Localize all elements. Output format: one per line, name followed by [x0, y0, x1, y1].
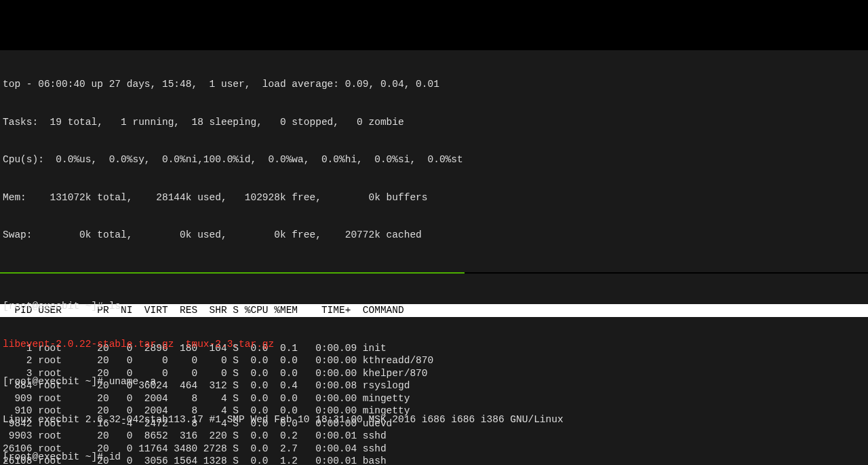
pane-split-bar[interactable] [0, 272, 868, 274]
top-summary-line-3: Cpu(s): 0.0%us, 0.0%sy, 0.0%ni,100.0%id,… [0, 153, 868, 166]
shell-ls-output: libevent-2.0.22-stable.tar.gz tmux-2.3.t… [0, 338, 868, 351]
shell-prompt: [root@execbit ~]# [3, 376, 109, 387]
terminal-screen: top - 06:00:40 up 27 days, 15:48, 1 user… [0, 50, 868, 465]
shell-cmd: ls [109, 301, 121, 312]
top-summary-line-4: Mem: 131072k total, 28144k used, 102928k… [0, 191, 868, 204]
top-summary-line-1: top - 06:00:40 up 27 days, 15:48, 1 user… [0, 78, 868, 91]
shell-uname-output: Linux execbit 2.6.32-042stab113.17 #1 SM… [0, 413, 868, 426]
top-summary-line-5: Swap: 0k total, 0k used, 0k free, 20772k… [0, 229, 868, 242]
shell-line-id: [root@execbit ~]# id [0, 451, 868, 464]
ls-file-2: tmux-2.3.tar.gz [186, 339, 275, 350]
shell-cmd: id [109, 451, 121, 462]
shell-prompt: [root@execbit ~]# [3, 451, 109, 462]
ls-file-1: libevent-2.0.22-stable.tar.gz [3, 339, 174, 350]
shell-prompt: [root@execbit ~]# [3, 301, 109, 312]
shell-line-uname: [root@execbit ~]# uname -a [0, 375, 868, 388]
shell-pane[interactable]: [root@execbit ~]# ls libevent-2.0.22-sta… [0, 275, 868, 465]
top-summary-line-2: Tasks: 19 total, 1 running, 18 sleeping,… [0, 116, 868, 129]
shell-cmd: uname -a [109, 376, 157, 387]
shell-line-ls: [root@execbit ~]# ls [0, 300, 868, 313]
